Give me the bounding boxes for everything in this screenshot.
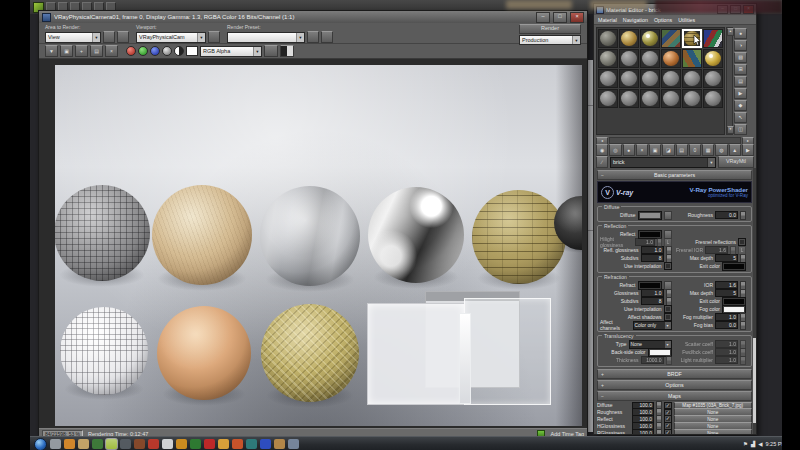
sample-slot-20[interactable] [619, 89, 639, 108]
sample-slot-8[interactable] [619, 49, 639, 68]
render-mode-select[interactable]: Production▾ [519, 35, 581, 45]
red-channel-button[interactable] [126, 46, 136, 56]
sample-slot-15[interactable] [640, 69, 660, 88]
put-to-library-icon[interactable]: ▤ [676, 144, 688, 156]
spinner-icon[interactable] [657, 238, 662, 247]
rollout-options[interactable]: + Options [597, 380, 752, 390]
flag-icon[interactable]: ⚑ [743, 441, 748, 447]
taskbar-app-12[interactable] [204, 439, 215, 449]
rollout-brdf[interactable]: + BRDF [597, 369, 752, 379]
sample-slot-10[interactable] [661, 49, 681, 68]
taskbar-app-1[interactable] [50, 439, 61, 449]
fog-bias-value[interactable]: 0.0 [715, 321, 738, 329]
menu-navigation[interactable]: Navigation [623, 17, 648, 23]
sample-slot-6[interactable] [703, 29, 723, 48]
render-preset-select[interactable]: ▾ [227, 32, 305, 43]
subdivs-value[interactable]: 8 [641, 254, 664, 262]
material-id-icon[interactable]: 0 [689, 144, 701, 156]
copy-image-button[interactable]: ▣ [60, 45, 73, 57]
auto-region-button[interactable] [117, 31, 129, 43]
sample-slot-1[interactable] [598, 29, 618, 48]
volume-icon[interactable]: ◀ [758, 441, 762, 447]
light-multiplier-value[interactable]: 1.0 [715, 356, 738, 364]
blue-channel-button[interactable] [150, 46, 160, 56]
taskbar-app-6[interactable] [120, 439, 131, 449]
display-channel-select[interactable]: RGB Alpha▾ [200, 46, 262, 57]
monochrome-channel-button[interactable] [162, 46, 172, 56]
get-material-icon[interactable]: ◉ [596, 144, 608, 156]
edit-region-button[interactable] [103, 31, 115, 43]
sample-slot-17[interactable] [682, 69, 702, 88]
scroll-up-icon[interactable]: ▴ [727, 28, 734, 36]
use-interpolation-checkbox[interactable] [664, 305, 672, 313]
taskbar-app-15[interactable] [246, 439, 257, 449]
sample-type-icon[interactable]: ● [734, 28, 747, 39]
taskbar-app-11[interactable] [190, 439, 201, 449]
make-unique-icon[interactable]: ◪ [662, 144, 674, 156]
put-to-scene-icon[interactable]: ◎ [609, 144, 621, 156]
spinner-icon[interactable] [740, 356, 746, 365]
close-icon[interactable]: × [570, 12, 584, 23]
clear-image-button[interactable]: × [105, 45, 118, 57]
sample-slot-9[interactable] [640, 49, 660, 68]
sample-slot-7[interactable] [598, 49, 618, 68]
minimize-icon[interactable]: – [536, 12, 550, 23]
taskbar-app-3[interactable] [78, 439, 89, 449]
taskbar-app-7[interactable] [134, 439, 145, 449]
taskbar-app-8[interactable] [148, 439, 159, 449]
spinner-icon[interactable] [730, 246, 736, 255]
menu-material[interactable]: Material [598, 17, 617, 23]
taskbar-app-13[interactable] [218, 439, 229, 449]
hilight-glossiness-value[interactable]: 1.0 [635, 238, 655, 246]
background-icon[interactable]: ▨ [734, 52, 747, 63]
go-to-parent-icon[interactable]: ▲ [729, 144, 741, 156]
sample-slot-4[interactable] [661, 29, 681, 48]
spinner-icon[interactable] [666, 356, 672, 365]
save-image-button[interactable]: ▼ [45, 45, 58, 57]
video-color-check-icon[interactable]: ▤ [734, 76, 747, 87]
sample-slot-23[interactable] [682, 89, 702, 108]
clone-rendered-frame-button[interactable]: + [75, 45, 88, 57]
map-amount[interactable]: 100.0 [632, 429, 654, 434]
environment-button[interactable] [321, 31, 333, 43]
params-scrollbar[interactable] [753, 168, 756, 434]
sample-slot-21[interactable] [640, 89, 660, 108]
toggle-srgb-button[interactable] [280, 45, 294, 57]
make-copy-icon[interactable]: ▣ [649, 144, 661, 156]
roughness-value[interactable]: 0.0 [715, 211, 738, 219]
lock-icon[interactable]: L [664, 238, 671, 247]
lock-viewport-icon[interactable] [208, 31, 220, 43]
rollout-basic-parameters[interactable]: − Basic parameters [597, 170, 752, 180]
menu-options[interactable]: Options [654, 17, 672, 23]
maximize-icon[interactable]: □ [553, 12, 567, 23]
sample-slot-2[interactable] [619, 29, 639, 48]
subdivs-value[interactable]: 8 [641, 297, 664, 305]
network-icon[interactable]: ▟ [751, 441, 755, 447]
backlight-icon[interactable]: ◑ [734, 40, 747, 51]
alpha-channel-button[interactable] [174, 46, 184, 56]
diffuse-map-button[interactable] [664, 211, 672, 220]
rfw-titlebar[interactable]: VRayPhysicalCamera01, frame 0, Display G… [39, 11, 587, 23]
thickness-value[interactable]: 1000.0 [641, 356, 664, 364]
render-button[interactable]: Render [519, 24, 581, 34]
show-map-viewport-icon[interactable]: ▦ [702, 144, 714, 156]
assign-to-selection-icon[interactable]: ● [623, 144, 635, 156]
spinner-icon[interactable] [740, 321, 746, 330]
diffuse-swatch[interactable] [638, 211, 662, 220]
sample-vertical-scrollbar[interactable]: ▴ ▾ [726, 27, 733, 135]
sample-slot-12[interactable] [703, 49, 723, 68]
sample-slot-3[interactable] [640, 29, 660, 48]
rollout-maps[interactable]: − Maps [597, 391, 752, 401]
sample-slot-brick-selected[interactable] [682, 29, 702, 48]
background-color-swatch[interactable] [186, 46, 198, 56]
make-preview-icon[interactable]: ▶ [734, 88, 747, 99]
viewport-select[interactable]: VRayPhysicalCam▾ [136, 32, 206, 43]
sample-slot-11[interactable] [682, 49, 702, 68]
material-name-select[interactable]: brick▾ [610, 157, 716, 168]
fresnel-ior-value[interactable]: 1.6 [705, 246, 728, 254]
sample-slot-24[interactable] [703, 89, 723, 108]
taskbar-app-17[interactable] [274, 439, 285, 449]
select-by-material-icon[interactable]: ↖ [734, 112, 747, 123]
affect-channels-select[interactable]: Color only▾ [633, 321, 672, 330]
sample-uv-tiling-icon[interactable]: ⊞ [734, 64, 747, 75]
